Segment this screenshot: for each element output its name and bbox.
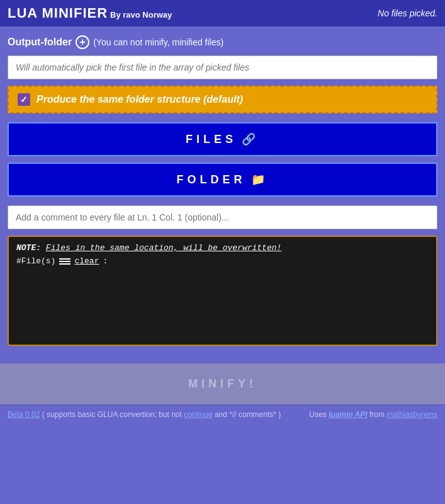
minify-button[interactable]: MINIFY! — [8, 370, 437, 398]
link-icon: 🔗 — [242, 132, 259, 146]
api-link[interactable]: luamin API — [329, 410, 368, 419]
main-content: Output-folder + (You can not minify, min… — [0, 26, 445, 364]
add-output-folder-button[interactable]: + — [76, 35, 89, 49]
console-colon: : — [103, 256, 108, 266]
header: LUA MINIFIER By ravo Norway No files pic… — [0, 0, 445, 26]
logo: LUA MINIFIER By ravo Norway — [8, 5, 172, 21]
checkbox-label: Produce the same folder structure (defau… — [37, 94, 243, 105]
files-hash: #File(s) — [16, 256, 55, 266]
output-folder-note: (You can not minify, minified files) — [93, 37, 223, 47]
folder-button-label: FOLDER — [177, 173, 246, 186]
console-wrapper: NOTE: Files in the same location, will b… — [8, 236, 437, 346]
version-link[interactable]: Beta 0.02 — [8, 410, 40, 419]
footer-right-text: Uses — [309, 410, 326, 419]
logo-main: LUA MINIFIER — [8, 5, 108, 21]
console-output: NOTE: Files in the same location, will b… — [9, 237, 436, 345]
footer-desc2: and — [215, 410, 227, 419]
footer-right: Uses luamin API from mathiasbynens — [309, 410, 437, 419]
clear-link[interactable]: clear — [74, 256, 99, 266]
status-text: No files picked. — [378, 8, 437, 18]
minify-button-label: MINIFY! — [188, 377, 257, 390]
comment-code: *// comments* — [229, 410, 276, 419]
output-folder-input[interactable] — [8, 55, 437, 79]
api-text: luamin API — [329, 410, 368, 419]
console-files-line: #File(s) clear : — [16, 256, 429, 266]
output-folder-label: Output-folder — [8, 37, 72, 48]
folder-button[interactable]: FOLDER 📁 — [8, 163, 437, 197]
output-folder-row: Output-folder + (You can not minify, min… — [8, 35, 437, 49]
console-note-line: NOTE: Files in the same location, will b… — [16, 243, 429, 253]
folder-icon: 📁 — [251, 173, 269, 186]
logo-sub: By ravo Norway — [110, 10, 172, 20]
continue-link[interactable]: continue — [184, 410, 212, 419]
footer-left: Beta 0.02 ( supports basic GLUA converti… — [8, 410, 281, 419]
note-label: NOTE: — [16, 243, 41, 253]
folder-structure-checkbox[interactable]: ✓ — [18, 93, 30, 106]
footer-from-text: from — [369, 410, 386, 419]
comment-input[interactable] — [8, 205, 437, 229]
minify-section: MINIFY! — [0, 364, 445, 404]
files-button-label: FILES — [186, 133, 237, 146]
checkmark-icon: ✓ — [20, 94, 28, 105]
footer-desc3: ) — [278, 410, 281, 419]
footer-desc1: ( supports basic GLUA convertion; but no… — [42, 410, 182, 419]
note-text: Files in the same location, will be over… — [46, 243, 281, 253]
files-button[interactable]: FILES 🔗 — [8, 122, 437, 156]
folder-structure-checkbox-row[interactable]: ✓ Produce the same folder structure (def… — [8, 86, 437, 113]
footer: Beta 0.02 ( supports basic GLUA converti… — [0, 404, 445, 424]
author-link[interactable]: mathiasbynens — [386, 410, 437, 419]
lines-icon — [59, 258, 70, 265]
